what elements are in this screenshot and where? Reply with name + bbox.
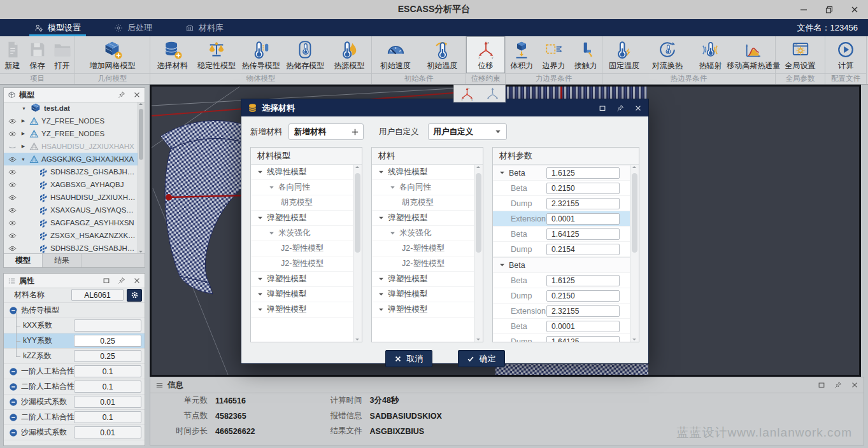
eye-off-icon[interactable] — [8, 143, 17, 151]
eye-icon[interactable] — [8, 130, 17, 138]
property-value-input[interactable] — [71, 289, 124, 301]
material-param-row[interactable]: Beta — [493, 181, 630, 196]
material-param-input[interactable] — [546, 213, 620, 225]
ok-button[interactable]: 确定 — [458, 350, 505, 367]
ribbon-button[interactable]: 热辐射 — [689, 36, 732, 73]
property-group-row[interactable]: 二阶人工粘合性 — [4, 379, 145, 395]
property-row[interactable]: kXX系数 — [4, 318, 145, 333]
caret-down-icon[interactable] — [378, 169, 384, 175]
material-param-row[interactable]: Dump — [493, 334, 630, 342]
minimize-icon[interactable] — [799, 5, 808, 14]
tree-item[interactable]: HSAUHDISU_JZXIUXHAHX — [4, 191, 138, 204]
tab-material-library[interactable]: 材料库 — [169, 19, 240, 36]
caret-down-icon[interactable] — [499, 262, 505, 268]
material-param-row[interactable]: Extension — [493, 304, 630, 319]
eye-icon[interactable] — [8, 193, 17, 202]
material-tree-item[interactable]: J2-塑性模型 — [251, 256, 353, 272]
circle-minus-icon[interactable] — [9, 367, 18, 376]
tab-model[interactable]: 模型 — [4, 254, 43, 267]
material-tree-item[interactable]: 弹塑性模型 — [372, 272, 474, 287]
ribbon-button[interactable]: zxy 位移 — [466, 36, 505, 73]
pin-icon[interactable] — [118, 91, 125, 99]
scrollbar-thumb[interactable] — [476, 173, 481, 253]
material-tree-item[interactable]: J2-塑性模型 — [251, 241, 353, 256]
caret-down-icon[interactable] — [257, 215, 263, 221]
expand-icon[interactable]: ▶ — [20, 144, 27, 149]
tree-item[interactable]: ▶ HSAUHDISU_JZXIUXHAHX — [4, 140, 138, 153]
material-param-row[interactable]: Dump — [493, 196, 630, 211]
material-param-input[interactable] — [546, 244, 620, 255]
ribbon-button[interactable]: 增加网格模型 — [75, 36, 150, 73]
close-icon[interactable] — [850, 5, 859, 14]
caret-down-icon[interactable] — [390, 185, 395, 190]
ribbon-button[interactable]: 打开 — [50, 36, 75, 73]
restore-icon[interactable] — [103, 277, 110, 284]
scrollbar[interactable] — [630, 165, 639, 342]
close-icon[interactable] — [133, 91, 141, 99]
property-value-input[interactable] — [74, 426, 141, 438]
ribbon-button[interactable]: 保存 — [25, 36, 50, 73]
caret-down-icon[interactable] — [378, 307, 384, 312]
material-param-row[interactable]: Beta — [493, 227, 630, 242]
new-material-input[interactable] — [293, 127, 351, 137]
caret-down-icon[interactable] — [257, 169, 263, 175]
caret-down-icon[interactable] — [499, 170, 505, 176]
scrollbar-thumb[interactable] — [355, 173, 360, 253]
material-tree-item[interactable]: 弹塑性模型 — [372, 287, 474, 302]
ribbon-button[interactable]: 固定温度 — [602, 36, 646, 73]
pin-icon[interactable] — [616, 104, 624, 112]
eye-icon[interactable] — [8, 244, 17, 253]
scrollbar[interactable] — [353, 165, 362, 342]
eye-icon[interactable] — [8, 168, 17, 176]
material-param-input[interactable] — [546, 198, 620, 209]
property-row[interactable]: kZZ系数 — [4, 349, 145, 364]
material-param-input[interactable] — [546, 336, 620, 342]
ribbon-button[interactable]: 接触力 — [570, 36, 602, 73]
caret-down-icon[interactable] — [269, 230, 274, 236]
material-tree-item[interactable]: 弹塑性模型 — [251, 302, 353, 318]
material-param-row[interactable]: Dump — [493, 288, 630, 304]
property-row[interactable]: 材料名称 — [4, 288, 145, 303]
material-param-input[interactable] — [546, 167, 620, 179]
ribbon-button[interactable]: 计算 — [825, 36, 866, 73]
scrollbar[interactable] — [474, 165, 483, 342]
caret-down-icon[interactable] — [378, 291, 384, 297]
tree-item[interactable]: ▶ YZ_FREE_NODES — [4, 127, 138, 140]
custom-select[interactable]: 用户自定义 — [428, 123, 507, 140]
eye-icon[interactable] — [8, 181, 17, 189]
property-value-input[interactable] — [74, 411, 141, 423]
ribbon-button[interactable]: 选择材料 — [150, 36, 194, 73]
dialog-title-bar[interactable]: 选择材料 — [241, 99, 648, 116]
displacement-option-1[interactable]: zxy — [454, 85, 480, 102]
displacement-option-2[interactable] — [480, 85, 505, 102]
material-param-row[interactable]: Beta — [493, 165, 630, 181]
property-value-input[interactable] — [74, 381, 141, 393]
tree-item[interactable]: SDHSBJZS_GHSABJHB_ZAHU — [4, 165, 138, 178]
material-tree-item[interactable]: 线弹性模型 — [251, 165, 353, 180]
material-tree-item[interactable]: 各向同性 — [251, 180, 353, 195]
eye-icon[interactable] — [8, 206, 17, 214]
ribbon-button[interactable]: 全局设置 — [776, 36, 825, 73]
ribbon-button[interactable]: 对流换热 — [646, 36, 689, 73]
material-tree-item[interactable]: 米茨强化 — [372, 226, 474, 241]
close-icon[interactable] — [851, 381, 858, 389]
restore-icon[interactable] — [818, 381, 825, 389]
caret-down-icon[interactable] — [257, 276, 263, 282]
circle-minus-icon[interactable] — [9, 382, 18, 391]
material-param-row[interactable]: Beta — [493, 257, 630, 273]
material-tree-item[interactable]: J2-塑性模型 — [372, 256, 474, 272]
material-tree-item[interactable]: 胡克模型 — [372, 195, 474, 211]
property-group-row[interactable]: 沙漏模式系数 — [4, 395, 145, 410]
property-group-row[interactable]: 沙漏模式系数 — [4, 425, 145, 440]
material-settings-button[interactable] — [127, 289, 142, 302]
material-param-input[interactable] — [546, 305, 620, 317]
expand-icon[interactable]: ▶ — [20, 118, 27, 123]
caret-down-icon[interactable] — [378, 276, 384, 282]
cancel-button[interactable]: 取消 — [385, 350, 432, 367]
ribbon-button[interactable]: 初始速度 — [372, 36, 419, 73]
ribbon-button[interactable]: 稳定性模型 — [194, 36, 238, 73]
ribbon-button[interactable]: 新建 — [0, 36, 25, 73]
ribbon-button[interactable]: 初始温度 — [419, 36, 466, 73]
material-tree-item[interactable]: J2-塑性模型 — [372, 241, 474, 256]
material-param-input[interactable] — [546, 183, 620, 194]
